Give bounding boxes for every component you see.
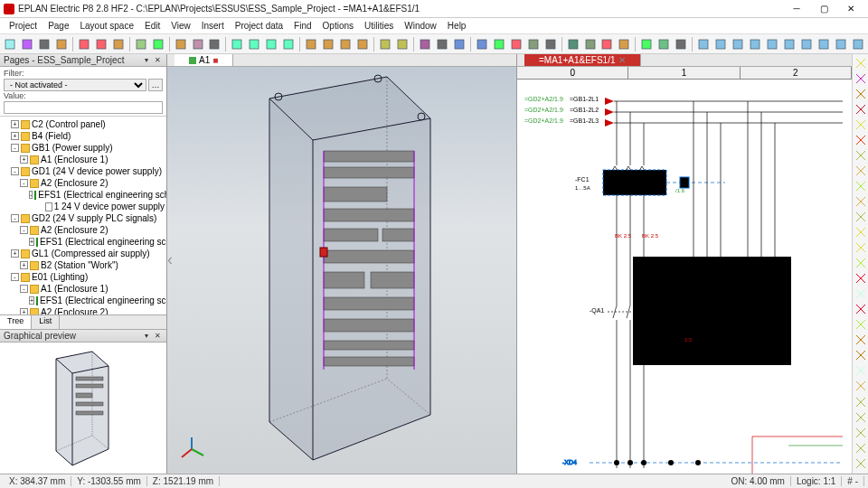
tab-tree[interactable]: Tree: [0, 315, 32, 329]
tab-list[interactable]: List: [32, 315, 60, 329]
menu-project-data[interactable]: Project data: [230, 19, 288, 33]
tree-node[interactable]: -A2 (Enclosure 2): [2, 224, 165, 236]
menu-help[interactable]: Help: [442, 19, 472, 33]
t1-icon[interactable]: [854, 395, 868, 409]
cable-icon[interactable]: [599, 36, 616, 52]
tree-node[interactable]: -EFS1 (Electrical engineering schematic): [2, 189, 165, 201]
redo-icon[interactable]: [150, 36, 166, 52]
t2-icon[interactable]: [854, 410, 868, 425]
line-icon[interactable]: [854, 71, 868, 86]
tree-node[interactable]: +GL1 (Compressed air supply): [2, 248, 165, 259]
canvas-3d[interactable]: ‹: [167, 67, 516, 474]
terminal-icon[interactable]: [854, 210, 868, 224]
terminal-icon[interactable]: [582, 36, 599, 52]
mount-icon[interactable]: [854, 363, 868, 378]
hand-icon[interactable]: [190, 36, 206, 52]
m5-icon[interactable]: [764, 36, 780, 52]
rect-icon[interactable]: [491, 36, 507, 52]
report-icon[interactable]: [638, 36, 655, 52]
m4-icon[interactable]: [747, 36, 763, 52]
circle-icon[interactable]: [854, 117, 868, 132]
tree-node[interactable]: +B4 (Field): [2, 130, 165, 142]
maximize-button[interactable]: ▢: [810, 1, 837, 17]
m6-icon[interactable]: [781, 36, 797, 52]
tree-node[interactable]: +C2 (Control panel): [2, 118, 165, 130]
symbol-icon[interactable]: [854, 179, 868, 193]
tree-node[interactable]: +A1 (Enclosure 1): [2, 154, 165, 165]
menu-utilities[interactable]: Utilities: [359, 19, 399, 33]
part-icon[interactable]: [854, 348, 868, 362]
panel-dropdown-button[interactable]: ▾: [141, 55, 152, 66]
drill-icon[interactable]: [854, 379, 868, 393]
symbol-icon[interactable]: [542, 36, 559, 52]
paste-icon[interactable]: [110, 36, 127, 52]
viewschem-tab-close[interactable]: ✕: [618, 55, 626, 65]
save-icon[interactable]: [36, 36, 52, 52]
plc-box-icon[interactable]: [854, 333, 868, 347]
menu-page[interactable]: Page: [42, 19, 74, 33]
m10-icon[interactable]: [850, 36, 866, 52]
grid-icon[interactable]: [417, 36, 433, 52]
new-icon[interactable]: [2, 36, 18, 52]
connector-icon[interactable]: [854, 240, 868, 255]
zoom-in-icon[interactable]: [229, 36, 245, 52]
tree-node[interactable]: -GD2 (24 V supply PLC signals): [2, 212, 165, 224]
view3d-tab-close[interactable]: ■: [212, 55, 218, 65]
canvas-schematic[interactable]: =GD2+A2/1.9 =GB1-2L1 =GD2+A2/1.9 =GB1-2L…: [517, 80, 852, 474]
struct-icon[interactable]: [854, 317, 868, 332]
print-icon[interactable]: [53, 36, 70, 52]
page-first-icon[interactable]: [337, 36, 354, 52]
arrow-left-icon[interactable]: [377, 36, 393, 52]
open-icon[interactable]: [19, 36, 35, 52]
polyline-icon[interactable]: [854, 87, 868, 101]
tree-node[interactable]: -GB1 (Power supply): [2, 142, 165, 154]
tree-node[interactable]: -GD1 (24 V device power supply): [2, 165, 165, 177]
page-tree[interactable]: +C2 (Control panel)+B4 (Field)-GB1 (Powe…: [0, 117, 166, 314]
menu-options[interactable]: Options: [317, 19, 359, 33]
device-icon[interactable]: [565, 36, 581, 52]
menu-project[interactable]: Project: [4, 19, 42, 33]
tree-node[interactable]: +A2 (Enclosure 2): [2, 306, 165, 314]
nav-left-icon[interactable]: ‹: [167, 250, 173, 269]
select-icon[interactable]: [206, 36, 222, 52]
settings-icon[interactable]: [673, 36, 689, 52]
menu-view[interactable]: View: [165, 19, 196, 33]
bus-icon[interactable]: [854, 271, 868, 286]
preview-close-button[interactable]: ✕: [152, 331, 163, 342]
black-box-icon[interactable]: [854, 302, 868, 316]
snap-icon[interactable]: [434, 36, 450, 52]
value-input[interactable]: [4, 101, 163, 114]
layers-icon[interactable]: [451, 36, 467, 52]
preview-dropdown-button[interactable]: ▾: [141, 331, 152, 342]
shield-icon[interactable]: [854, 256, 868, 270]
panel-close-button[interactable]: ✕: [152, 55, 163, 66]
device-icon[interactable]: [854, 194, 868, 209]
copy-icon[interactable]: [93, 36, 109, 52]
m3-icon[interactable]: [730, 36, 746, 52]
close-button[interactable]: ✕: [837, 1, 864, 17]
cable-icon[interactable]: [854, 225, 868, 239]
t5-icon[interactable]: [854, 456, 868, 471]
circle-icon[interactable]: [508, 36, 524, 52]
dim-icon[interactable]: [854, 164, 868, 178]
macro-icon[interactable]: [854, 286, 868, 301]
undo-icon[interactable]: [133, 36, 149, 52]
zoom-window-icon[interactable]: [280, 36, 297, 52]
minimize-button[interactable]: ─: [783, 1, 810, 17]
export-icon[interactable]: [656, 36, 672, 52]
pencil-icon[interactable]: [173, 36, 189, 52]
tree-node[interactable]: -A1 (Enclosure 1): [2, 283, 165, 295]
m8-icon[interactable]: [816, 36, 832, 52]
m2-icon[interactable]: [712, 36, 729, 52]
page-prev-icon[interactable]: [303, 36, 319, 52]
menu-layout-space[interactable]: Layout space: [74, 19, 139, 33]
zoom-fit-icon[interactable]: [263, 36, 279, 52]
cut-icon[interactable]: [76, 36, 92, 52]
filter-options-button[interactable]: …: [148, 79, 163, 91]
menu-edit[interactable]: Edit: [139, 19, 165, 33]
page-last-icon[interactable]: [354, 36, 371, 52]
viewschem-tab[interactable]: =MA1+A1&EFS1/1 ✕: [524, 54, 641, 66]
text-icon[interactable]: [525, 36, 542, 52]
menu-find[interactable]: Find: [288, 19, 316, 33]
tree-node[interactable]: +EFS1 (Electrical engineering schematic): [2, 236, 165, 248]
